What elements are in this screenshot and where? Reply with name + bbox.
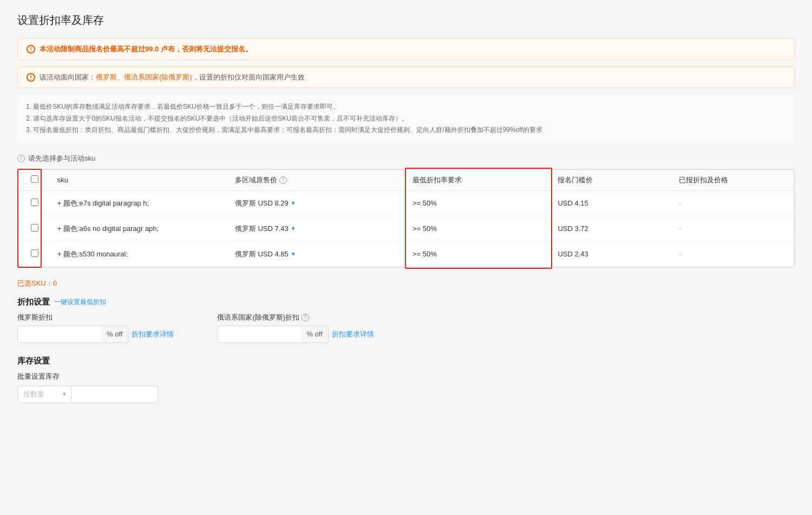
discount-settings-section: 折扣设置 一键设置最低折扣 俄罗斯折扣 % off 折扣要求详情 俄语系国家(除…: [17, 297, 795, 343]
row1-price-tag[interactable]: 俄罗斯 USD 8.29 ▼: [235, 199, 296, 208]
table-row: + 颜色:a6s no digital paragr aph; 俄罗斯 USD …: [18, 216, 794, 241]
note-2: 2. 请勾选库存设置大于0的SKU报名活动，不提交报名的SKU不要选中（活动开始…: [26, 113, 786, 125]
sku-count-value: 0: [53, 279, 57, 287]
table-header-row: sku 多区域原售价 ? 最低折扣率要求 报名门槛价 已报折扣及价格: [18, 170, 794, 191]
russia-discount-label: 俄罗斯折扣: [17, 313, 174, 322]
sku-table-wrapper: sku 多区域原售价 ? 最低折扣率要求 报名门槛价 已报折扣及价格: [17, 169, 795, 268]
row3-checkbox-cell: [18, 241, 51, 267]
th-checkbox: [18, 170, 51, 191]
row2-threshold: USD 3.72: [551, 216, 672, 241]
th-registered: 已报折扣及价格: [672, 170, 794, 191]
row1-checkbox-cell: [18, 190, 51, 216]
batch-quantity-select[interactable]: 按数量: [17, 386, 71, 403]
info-box: ! 该活动面向国家：俄罗斯、俄语系国家(除俄罗斯)，设置的折扣仅对面向国家用户生…: [17, 67, 795, 88]
select-all-checkbox[interactable]: [31, 175, 38, 183]
sku-info-icon: i: [17, 155, 25, 162]
row2-sku: + 颜色:a6s no digital paragr aph;: [51, 216, 228, 241]
info-text: 该活动面向国家：俄罗斯、俄语系国家(除俄罗斯)，设置的折扣仅对面向国家用户生效: [40, 72, 305, 82]
russian-lang-link[interactable]: 俄语系国家(除俄罗斯): [124, 73, 192, 81]
table-row: + 颜色:e7s digital paragrap h; 俄罗斯 USD 8.2…: [18, 190, 794, 216]
russia-discount-detail-link[interactable]: 折扣要求详情: [132, 329, 174, 339]
info-icon: !: [27, 73, 35, 82]
russia-discount-input[interactable]: [17, 326, 104, 343]
russian-lang-discount-input-row: % off 折扣要求详情: [217, 326, 374, 343]
row1-price-dropdown-icon: ▼: [291, 200, 296, 206]
sku-table-container: sku 多区域原售价 ? 最低折扣率要求 报名门槛价 已报折扣及价格: [17, 169, 795, 268]
row1-threshold: USD 4.15: [551, 190, 672, 216]
row2-price: 俄罗斯 USD 7.43 ▼: [228, 216, 406, 241]
note-1: 1. 最低价SKU的库存数须满足活动库存要求，若最低价SKU价格一致且多于一个，…: [26, 101, 786, 113]
th-sku: sku: [51, 170, 228, 191]
batch-quantity-input[interactable]: [71, 386, 158, 403]
row3-price-dropdown-icon: ▼: [291, 251, 296, 257]
alert-icon: !: [27, 45, 35, 54]
row2-registered: -: [672, 216, 794, 241]
russian-lang-discount-group: 俄语系国家(除俄罗斯)折扣 ? % off 折扣要求详情: [217, 313, 374, 343]
russian-lang-discount-input[interactable]: [217, 326, 304, 343]
row3-price: 俄罗斯 USD 4.85 ▼: [228, 241, 406, 267]
table-row: + 颜色:s530 monaural; 俄罗斯 USD 4.85 ▼ >= 50…: [18, 241, 794, 267]
russia-percent-off-badge: % off: [101, 326, 128, 343]
row2-discount: >= 50%: [406, 216, 552, 241]
selected-sku-count: 已选SKU：0: [17, 279, 795, 288]
row1-discount: >= 50%: [406, 190, 552, 216]
russia-discount-input-row: % off 折扣要求详情: [17, 326, 174, 343]
row3-price-tag[interactable]: 俄罗斯 USD 4.85 ▼: [235, 249, 296, 259]
batch-select-wrapper: 按数量 ▼: [17, 386, 71, 403]
th-price: 多区域原售价 ?: [228, 170, 406, 191]
russia-discount-input-wrapper: % off: [17, 326, 128, 343]
row1-checkbox[interactable]: [31, 199, 38, 206]
row2-checkbox-cell: [18, 216, 51, 241]
sku-table: sku 多区域原售价 ? 最低折扣率要求 报名门槛价 已报折扣及价格: [18, 170, 794, 267]
row1-registered: -: [672, 190, 794, 216]
russian-lang-discount-detail-link[interactable]: 折扣要求详情: [332, 329, 374, 339]
alert-text: 本活动限制商品报名价最高不超过99.0 卢布，否则将无法提交报名。: [40, 44, 252, 54]
row3-checkbox[interactable]: [31, 249, 38, 257]
discount-section-title: 折扣设置 一键设置最低折扣: [17, 297, 795, 307]
inventory-input-row: 按数量 ▼: [17, 386, 795, 403]
russian-lang-help-icon: ?: [302, 314, 309, 321]
alert-box: ! 本活动限制商品报名价最高不超过99.0 卢布，否则将无法提交报名。: [17, 38, 795, 60]
row3-sku: + 颜色:s530 monaural;: [51, 241, 228, 267]
row1-sku: + 颜色:e7s digital paragrap h;: [51, 190, 228, 216]
th-discount: 最低折扣率要求: [406, 170, 552, 191]
price-help-icon: ?: [279, 176, 287, 184]
quick-set-min-discount-link[interactable]: 一键设置最低折扣: [54, 298, 106, 307]
inventory-batch-label: 批量设置库存: [17, 372, 795, 381]
inventory-settings-section: 库存设置 批量设置库存 按数量 ▼: [17, 356, 795, 403]
discount-row: 俄罗斯折扣 % off 折扣要求详情 俄语系国家(除俄罗斯)折扣 ? % off: [17, 313, 795, 343]
sku-section-label: i 请先选择参与活动sku: [17, 154, 795, 163]
row1-price: 俄罗斯 USD 8.29 ▼: [228, 190, 406, 216]
note-3: 3. 可报名最低折扣：类目折扣、商品最低门槛折扣、大促控价规则，需满足其中最高要…: [26, 124, 786, 136]
notes-box: 1. 最低价SKU的库存数须满足活动库存要求，若最低价SKU价格一致且多于一个，…: [17, 95, 795, 143]
row3-registered: -: [672, 241, 794, 267]
russia-discount-group: 俄罗斯折扣 % off 折扣要求详情: [17, 313, 174, 343]
russian-lang-discount-label: 俄语系国家(除俄罗斯)折扣 ?: [217, 313, 374, 322]
row2-checkbox[interactable]: [31, 224, 38, 232]
russian-lang-discount-input-wrapper: % off: [217, 326, 328, 343]
th-threshold: 报名门槛价: [551, 170, 672, 191]
row2-price-tag[interactable]: 俄罗斯 USD 7.43 ▼: [235, 224, 296, 234]
inventory-section-title: 库存设置: [17, 356, 795, 366]
row3-threshold: USD 2.43: [551, 241, 672, 267]
russian-lang-percent-off-badge: % off: [301, 326, 328, 343]
row2-price-dropdown-icon: ▼: [291, 226, 296, 232]
page-title: 设置折扣率及库存: [17, 13, 795, 28]
russia-link[interactable]: 俄罗斯、: [96, 73, 124, 81]
row3-discount: >= 50%: [406, 241, 552, 267]
